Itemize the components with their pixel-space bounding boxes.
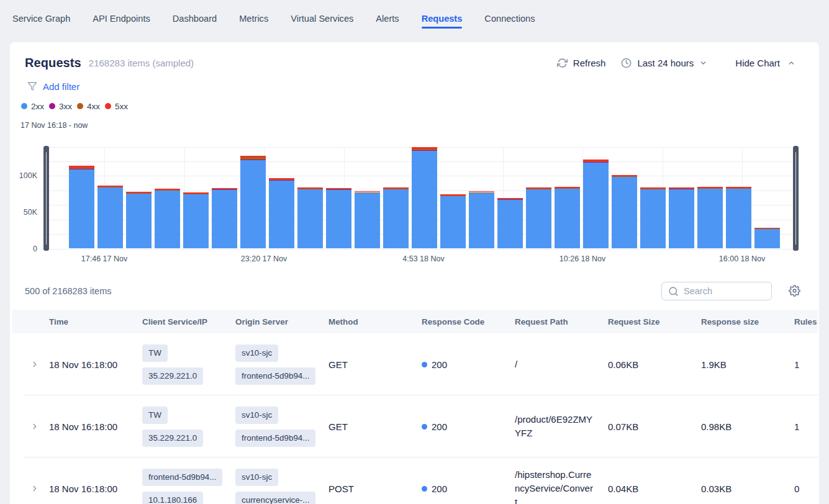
time-value: 18 Nov 16:18:00 xyxy=(49,421,117,432)
bar-segment-5xx xyxy=(469,191,494,192)
request-size-value: 0.07KB xyxy=(608,421,638,432)
tab-dashboard[interactable]: Dashboard xyxy=(173,0,217,37)
row-expander[interactable] xyxy=(12,395,49,457)
chart-bar[interactable] xyxy=(640,187,666,249)
chart-time-window-label: 17 Nov 16:18 - now xyxy=(20,121,88,130)
chart-bar[interactable] xyxy=(269,178,294,248)
response-code-dot xyxy=(422,362,427,367)
tab-label: Metrics xyxy=(239,14,268,24)
search-input[interactable] xyxy=(684,286,800,296)
result-count-label: 500 of 2168283 items xyxy=(25,286,111,296)
chart-bar[interactable] xyxy=(126,192,152,248)
chart-bar[interactable] xyxy=(583,160,609,248)
chart-bar[interactable] xyxy=(97,186,123,248)
x-axis-label: 16:00 18 Nov xyxy=(719,254,765,263)
tab-label: Connections xyxy=(484,14,535,24)
add-filter-button[interactable]: Add filter xyxy=(27,80,79,92)
chevron-right-icon xyxy=(30,360,39,369)
cell-response-code: 200 xyxy=(422,333,515,395)
table-settings-button[interactable] xyxy=(789,285,800,297)
chart-bar[interactable] xyxy=(155,189,180,248)
chart-bar[interactable] xyxy=(440,194,466,249)
column-header-client-service-ip: Client Service/IP xyxy=(142,310,235,333)
column-header-request-path: Request Path xyxy=(515,310,608,333)
bar-segment-2xx xyxy=(697,188,723,249)
chart-bar[interactable] xyxy=(69,166,94,249)
request-path-value: / xyxy=(515,358,517,371)
bar-segment-2xx xyxy=(469,192,494,249)
chart-bar[interactable] xyxy=(297,187,323,249)
method-value: GET xyxy=(328,359,348,370)
tab-label: Requests xyxy=(422,14,463,24)
cell-rules: 0 xyxy=(794,457,818,504)
legend-item-4xx: 4xx xyxy=(77,102,100,111)
tab-connections[interactable]: Connections xyxy=(484,0,535,37)
refresh-label: Refresh xyxy=(573,58,606,68)
legend-dot-4xx xyxy=(77,103,83,109)
bar-segment-5xx xyxy=(526,187,551,189)
brush-handle-left[interactable] xyxy=(43,146,49,251)
chart-bar[interactable] xyxy=(326,188,351,249)
tab-requests[interactable]: Requests xyxy=(422,0,463,37)
bar-segment-2xx xyxy=(269,180,294,249)
refresh-button[interactable]: Refresh xyxy=(557,58,606,68)
bar-segment-5xx xyxy=(669,187,694,188)
tab-service-graph[interactable]: Service Graph xyxy=(12,0,70,37)
cell-request-size: 0.04KB xyxy=(608,457,701,504)
chart-bar[interactable] xyxy=(383,187,409,249)
tab-virtual-services[interactable]: Virtual Services xyxy=(291,0,353,37)
chart-bar[interactable] xyxy=(183,192,209,248)
bar-segment-5xx xyxy=(269,178,294,179)
chart-bar[interactable] xyxy=(526,187,551,249)
x-axis-label: 10:26 18 Nov xyxy=(559,254,605,263)
response-code-dot xyxy=(422,424,427,430)
column-header-response-code: Response Code xyxy=(422,310,515,333)
bar-segment-3xx xyxy=(412,150,437,151)
chart-bar[interactable] xyxy=(212,188,237,249)
chevron-down-icon xyxy=(699,59,707,67)
chart-bar[interactable] xyxy=(469,191,494,249)
chart-bar[interactable] xyxy=(754,228,780,248)
bar-segment-4xx xyxy=(240,157,266,160)
client-chip: 10.1.180.166 xyxy=(142,492,203,504)
time-range-selector[interactable]: Last 24 hours xyxy=(621,58,707,68)
chart-bar[interactable] xyxy=(697,187,723,249)
legend-dot-5xx xyxy=(105,103,111,109)
tab-alerts[interactable]: Alerts xyxy=(376,0,399,37)
refresh-icon xyxy=(557,58,568,68)
legend-label-5xx: 5xx xyxy=(115,102,128,111)
origin-chip: frontend-5d9b94... xyxy=(235,367,315,385)
items-summary: 2168283 items (sampled) xyxy=(89,58,194,68)
table-header-row: TimeClient Service/IPOrigin ServerMethod… xyxy=(12,310,818,333)
cell-method: POST xyxy=(328,457,422,504)
cell-rules: 1 xyxy=(794,333,818,395)
chart-bar[interactable] xyxy=(726,187,751,249)
column-header-origin-server: Origin Server xyxy=(235,310,328,333)
table-row: 18 Nov 16:18:00frontend-5d9b94...10.1.18… xyxy=(12,457,818,504)
hide-chart-button[interactable]: Hide Chart xyxy=(735,58,795,68)
request-size-value: 0.04KB xyxy=(608,484,638,494)
column-header-label: Response Code xyxy=(422,317,484,326)
bar-segment-2xx xyxy=(583,163,609,249)
page-title: Requests xyxy=(25,56,81,70)
origin-chip: sv10-sjc xyxy=(235,344,278,362)
chart-bar[interactable] xyxy=(497,198,523,249)
requests-bar-chart: 050K100K17:46 17 Nov23:20 17 Nov4:53 18 … xyxy=(10,140,819,270)
tab-api-endpoints[interactable]: API Endpoints xyxy=(93,0,150,37)
chart-bar[interactable] xyxy=(355,191,380,249)
chart-bar[interactable] xyxy=(555,187,580,249)
chart-bar[interactable] xyxy=(240,156,266,248)
tab-label: Virtual Services xyxy=(291,14,353,24)
bar-segment-5xx xyxy=(726,187,751,188)
chart-bar[interactable] xyxy=(669,187,694,249)
bar-segment-5xx xyxy=(583,160,609,161)
brush-handle-right[interactable] xyxy=(793,146,799,251)
bar-segment-5xx xyxy=(555,187,580,188)
table-toolbar: 500 of 2168283 items xyxy=(10,282,819,300)
row-expander[interactable] xyxy=(12,333,49,395)
chart-bar[interactable] xyxy=(612,175,637,249)
chart-bar[interactable] xyxy=(412,147,437,248)
tab-metrics[interactable]: Metrics xyxy=(239,0,268,37)
row-expander[interactable] xyxy=(12,457,49,504)
bar-segment-2xx xyxy=(612,177,637,249)
